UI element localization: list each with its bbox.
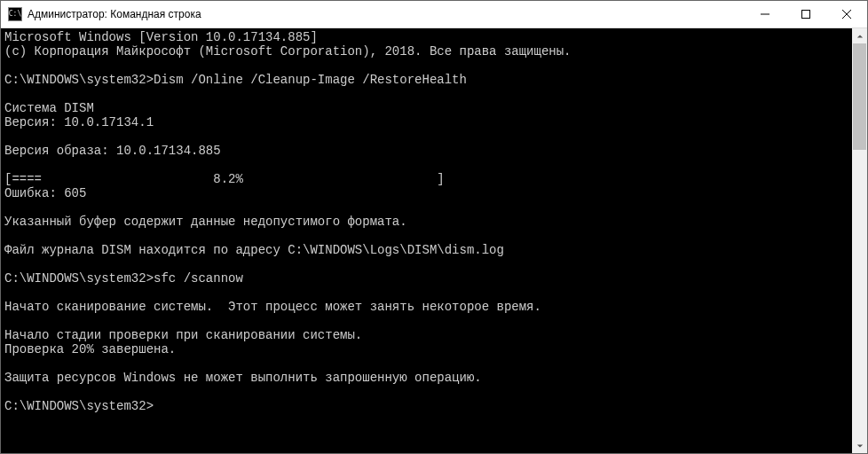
cmd-app-icon: C:\ bbox=[8, 7, 22, 21]
scrollbar-thumb[interactable] bbox=[853, 43, 866, 150]
terminal-line bbox=[4, 59, 848, 73]
svg-rect-0 bbox=[802, 11, 810, 19]
scroll-down-button[interactable] bbox=[852, 438, 867, 453]
terminal-line: Версия: 10.0.17134.1 bbox=[4, 115, 848, 129]
maximize-icon bbox=[801, 10, 810, 19]
terminal-line bbox=[4, 385, 848, 399]
terminal-output[interactable]: Microsoft Windows [Version 10.0.17134.88… bbox=[1, 28, 852, 453]
scroll-up-button[interactable] bbox=[852, 28, 867, 43]
close-button[interactable] bbox=[826, 1, 867, 27]
minimize-icon bbox=[761, 10, 769, 19]
terminal-line bbox=[4, 257, 848, 271]
terminal-line bbox=[4, 314, 848, 328]
terminal-line bbox=[4, 286, 848, 300]
vertical-scrollbar[interactable] bbox=[852, 28, 867, 453]
terminal-line: Указанный буфер содержит данные недопуст… bbox=[4, 215, 848, 229]
cmd-app-icon-label: C:\ bbox=[9, 11, 21, 18]
chevron-up-icon bbox=[856, 33, 864, 40]
client-area: Microsoft Windows [Version 10.0.17134.88… bbox=[1, 28, 867, 453]
terminal-line bbox=[4, 87, 848, 101]
window-controls bbox=[745, 1, 867, 27]
terminal-line: Microsoft Windows [Version 10.0.17134.88… bbox=[4, 30, 848, 44]
terminal-line: C:\WINDOWS\system32>sfc /scannow bbox=[4, 271, 848, 286]
terminal-line: Cистема DISM bbox=[4, 101, 848, 115]
maximize-button[interactable] bbox=[785, 1, 826, 27]
terminal-line: Начало стадии проверки при сканировании … bbox=[4, 328, 848, 342]
terminal-line bbox=[4, 356, 848, 371]
terminal-line bbox=[4, 229, 848, 243]
close-icon bbox=[842, 10, 851, 19]
terminal-line: C:\WINDOWS\system32> bbox=[4, 399, 848, 413]
terminal-line: Файл журнала DISM находится по адресу C:… bbox=[4, 243, 848, 257]
titlebar[interactable]: C:\ Администратор: Командная строка bbox=[1, 1, 867, 28]
terminal-line: C:\WINDOWS\system32>Dism /Online /Cleanu… bbox=[4, 73, 848, 87]
command-prompt-window: C:\ Администратор: Командная строка Micr… bbox=[0, 0, 868, 454]
terminal-line: Защита ресурсов Windows не может выполни… bbox=[4, 371, 848, 385]
chevron-down-icon bbox=[856, 442, 864, 450]
minimize-button[interactable] bbox=[745, 1, 785, 27]
terminal-line bbox=[4, 158, 848, 172]
scrollbar-track[interactable] bbox=[852, 43, 867, 438]
terminal-line: Ошибка: 605 bbox=[4, 186, 848, 200]
terminal-line: Версия образа: 10.0.17134.885 bbox=[4, 144, 848, 158]
terminal-line: Проверка 20% завершена. bbox=[4, 342, 848, 356]
terminal-line bbox=[4, 129, 848, 144]
terminal-line: Начато сканирование системы. Этот процес… bbox=[4, 300, 848, 314]
window-title: Администратор: Командная строка bbox=[28, 8, 745, 20]
terminal-line bbox=[4, 200, 848, 215]
terminal-line: (c) Корпорация Майкрософт (Microsoft Cor… bbox=[4, 44, 848, 59]
terminal-line: [==== 8.2% ] bbox=[4, 172, 848, 186]
